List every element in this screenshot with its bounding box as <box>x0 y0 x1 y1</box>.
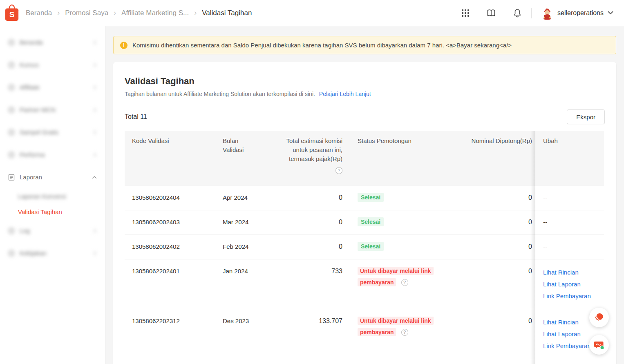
sidebar-item-label: Sampel Gratis <box>20 129 93 136</box>
education-book-icon[interactable] <box>486 9 496 18</box>
breadcrumb-item-promosi-saya[interactable]: Promosi Saya <box>65 9 108 17</box>
warning-text: Komisimu dihentikan sementara dan Saldo … <box>132 42 512 49</box>
sidebar-item-label: Affiliate <box>20 84 93 91</box>
export-button[interactable]: Ekspor <box>567 109 605 124</box>
sidebar-item-kebijakan[interactable]: Kebijakan <box>0 242 105 264</box>
sidebar-subitem-laporan-konversi[interactable]: Laporan Konversi <box>0 188 105 204</box>
commission-total-cell: 733 <box>280 259 350 309</box>
action-link-lihat-laporan[interactable]: Lihat Laporan <box>543 278 604 290</box>
chevron-right-icon <box>93 130 97 135</box>
nominal-cell: 0 <box>446 309 535 359</box>
sidebar-item-sampel-gratis[interactable]: Sampel Gratis <box>0 121 105 143</box>
validation-card: Validasi Tagihan Tagihan bulanan untuk A… <box>113 62 616 364</box>
validation-month-cell: Feb 2024 <box>223 235 280 259</box>
ubah-cell: Lihat RincianLihat LaporanLink Pembayara… <box>535 259 604 309</box>
status-cell: Untuk dibayar melalui link pembayaran ? <box>350 259 446 309</box>
chat-icon <box>593 339 605 351</box>
column-header-kode: Kode Validasi <box>125 131 223 186</box>
sidebar-nav: BerandaKursusAffiliatePartner MCNSampel … <box>0 31 105 264</box>
sidebar-item-performa[interactable]: Performa <box>0 143 105 166</box>
learn-more-link[interactable]: Pelajari Lebih Lanjut <box>319 91 371 97</box>
sidebar-item-kursus[interactable]: Kursus <box>0 54 105 76</box>
sidebar-item-label: Beranda <box>20 39 93 46</box>
status-cell: Selesai <box>350 186 446 210</box>
help-icon[interactable]: ? <box>335 167 342 174</box>
validation-month-cell: Mar 2024 <box>223 210 280 234</box>
sidebar-item-partner-mcn[interactable]: Partner MCN <box>0 98 105 121</box>
table-toolbar: Total 11 Ekspor <box>125 109 605 124</box>
sidebar-item-label: Performa <box>20 151 93 158</box>
status-badge: Selesai <box>358 193 384 202</box>
nominal-cell: 0 <box>446 235 535 259</box>
nominal-cell: 0 <box>446 259 535 309</box>
apps-grid-icon[interactable] <box>461 9 470 17</box>
chevron-right-icon <box>93 107 97 112</box>
sidebar-item-label: Partner MCN <box>20 106 93 113</box>
commission-total-cell: 0 <box>280 210 350 234</box>
support-fab[interactable] <box>589 308 609 327</box>
status-badge: Untuk dibayar melalui link pembayaran <box>358 267 434 286</box>
report-icon <box>7 173 16 181</box>
commission-total-cell: 0 <box>280 235 350 259</box>
breadcrumb-separator-icon: › <box>57 9 60 17</box>
column-header-total-estimasi: Total estimasi komisi untuk pesanan ini,… <box>280 131 350 186</box>
header-actions: selleroperations <box>461 6 613 20</box>
breadcrumb-item-beranda[interactable]: Beranda <box>26 9 52 17</box>
chevron-right-icon <box>93 63 97 67</box>
status-badge: Selesai <box>358 217 384 226</box>
sidebar-item-affiliate[interactable]: Affiliate <box>0 76 105 98</box>
validation-code-cell: 13058062202401 <box>125 259 223 309</box>
chevron-down-icon[interactable] <box>608 11 613 15</box>
partner-icon <box>7 106 16 114</box>
commission-total-cell: 133.707 <box>280 309 350 359</box>
action-link-link-pembayaran[interactable]: Link Pembayaran <box>543 290 604 302</box>
no-action-dash: -- <box>543 194 547 201</box>
notification-bell-icon[interactable] <box>513 8 522 18</box>
status-cell: Selesai <box>350 210 446 234</box>
sticky-column-shadow <box>530 131 535 364</box>
sidebar-item-beranda[interactable]: Beranda <box>0 31 105 54</box>
help-icon[interactable]: ? <box>401 279 408 286</box>
username[interactable]: selleroperations <box>557 9 604 17</box>
svg-text:S: S <box>9 10 15 19</box>
avatar[interactable] <box>541 6 553 20</box>
shopee-logo[interactable]: S <box>4 4 20 22</box>
column-header-total-text: Total estimasi komisi untuk pesanan ini,… <box>286 137 342 162</box>
top-header: S Beranda›Promosi Saya›Affiliate Marketi… <box>0 0 624 26</box>
validation-code-cell: 13058062202312 <box>125 309 223 359</box>
breadcrumb: Beranda›Promosi Saya›Affiliate Marketing… <box>26 9 252 17</box>
status-cell: Selesai <box>350 235 446 259</box>
ubah-cell: -- <box>535 235 604 259</box>
column-header-ubah: Ubah <box>535 131 604 186</box>
log-icon <box>7 227 16 235</box>
sidebar-item-log[interactable]: Log <box>0 219 105 242</box>
commission-total-cell: 0 <box>280 186 350 210</box>
sidebar-item-laporan[interactable]: Laporan <box>0 166 105 188</box>
validation-code-cell: 13058062002402 <box>125 235 223 259</box>
validation-code-cell: 13058062002404 <box>125 186 223 210</box>
breadcrumb-separator-icon: › <box>194 9 197 17</box>
help-icon[interactable]: ? <box>401 329 408 336</box>
chevron-right-icon <box>93 251 97 256</box>
chevron-right-icon <box>93 228 97 233</box>
sidebar-item-label: Log <box>20 227 93 234</box>
sidebar-subitem-validasi-tagihan[interactable]: Validasi Tagihan <box>0 204 105 219</box>
sidebar-item-label: Kebijakan <box>20 250 93 257</box>
page-subtitle: Tagihan bulanan untuk Affiliate Marketin… <box>125 91 605 97</box>
nominal-cell: 0 <box>446 186 535 210</box>
chevron-right-icon <box>93 40 97 45</box>
chat-fab[interactable] <box>589 335 609 355</box>
header-divider <box>531 8 532 18</box>
page-title: Validasi Tagihan <box>125 76 605 87</box>
validation-month-cell: Apr 2024 <box>223 186 280 210</box>
validation-month-cell: Jan 2024 <box>223 259 280 309</box>
action-link-lihat-rincian[interactable]: Lihat Rincian <box>543 266 604 278</box>
breadcrumb-item-affiliate-marketing-s[interactable]: Affiliate Marketing S... <box>121 9 189 17</box>
sidebar: BerandaKursusAffiliatePartner MCNSampel … <box>0 26 105 364</box>
status-badge: Untuk dibayar melalui link pembayaran <box>358 317 434 336</box>
warning-banner: ! Komisimu dihentikan sementara dan Sald… <box>113 36 616 54</box>
affiliate-icon <box>7 83 16 92</box>
main-content: ! Komisimu dihentikan sementara dan Sald… <box>105 26 624 364</box>
support-icon <box>593 312 605 323</box>
no-action-dash: -- <box>543 219 547 226</box>
